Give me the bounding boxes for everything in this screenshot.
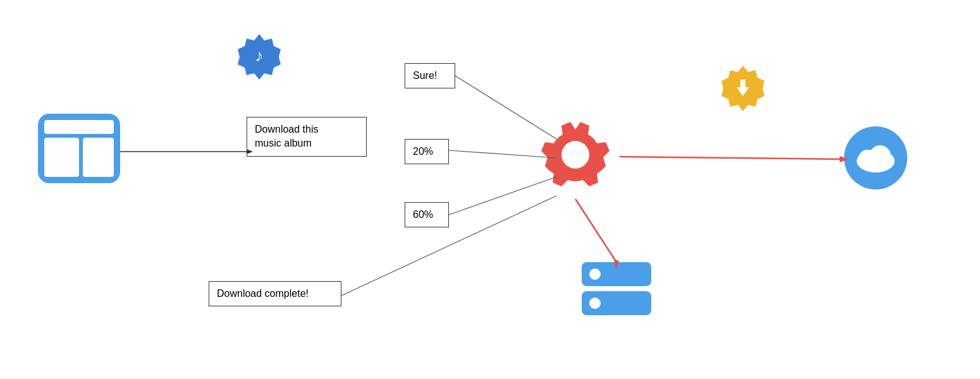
server-dot-1 bbox=[589, 268, 601, 280]
svg-line-17 bbox=[575, 199, 616, 262]
download-album-textbox: Download thismusic album bbox=[247, 117, 367, 157]
server-block-2 bbox=[582, 291, 651, 315]
browser-top-bar bbox=[44, 120, 114, 134]
svg-text:♪: ♪ bbox=[255, 46, 264, 65]
svg-point-8 bbox=[869, 145, 891, 167]
server-block-1 bbox=[582, 262, 651, 286]
svg-point-2 bbox=[561, 141, 589, 169]
sure-label: Sure! bbox=[413, 70, 437, 81]
browser-right-panel bbox=[83, 138, 114, 177]
download-complete-label: Download complete! bbox=[217, 288, 309, 299]
download-complete-textbox: Download complete! bbox=[209, 281, 341, 306]
svg-line-14 bbox=[341, 196, 556, 296]
gear-icon bbox=[531, 111, 620, 199]
percent-60-label: 60% bbox=[413, 209, 433, 220]
server-container bbox=[582, 262, 651, 320]
browser-icon bbox=[38, 114, 120, 183]
server-dot-2 bbox=[589, 298, 601, 309]
arrows-overlay bbox=[0, 0, 980, 379]
sure-textbox: Sure! bbox=[405, 63, 455, 88]
browser-left-panel bbox=[44, 138, 79, 177]
percent-20-label: 20% bbox=[413, 146, 433, 157]
diagram-container: ♪ Download thismusic album Sure! 20% 60%… bbox=[0, 0, 980, 379]
percent-20-textbox: 20% bbox=[405, 139, 449, 164]
music-badge-icon: ♪ bbox=[234, 32, 285, 82]
browser-bottom-row bbox=[44, 138, 114, 177]
download-album-label: Download thismusic album bbox=[255, 124, 319, 148]
percent-60-textbox: 60% bbox=[405, 202, 449, 227]
download-badge-icon bbox=[718, 63, 768, 114]
svg-line-15 bbox=[620, 157, 841, 159]
cloud-icon bbox=[841, 123, 910, 193]
